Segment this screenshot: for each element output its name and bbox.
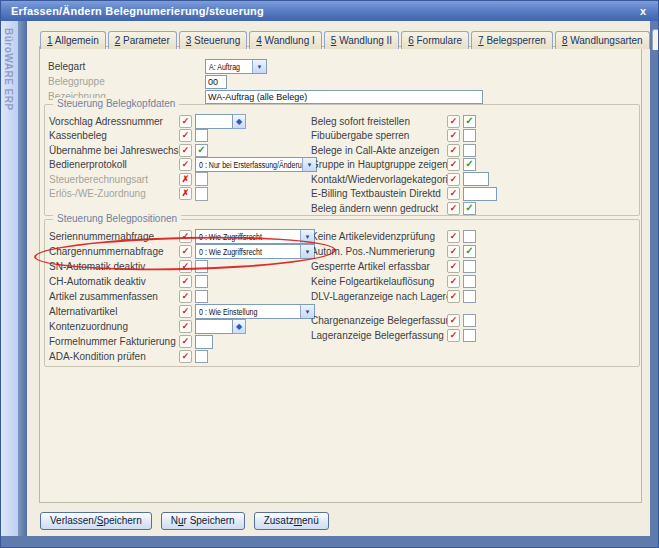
text-input-beleggruppe[interactable]: 00 bbox=[205, 75, 227, 89]
checkbox-kassenbeleg[interactable] bbox=[195, 129, 208, 142]
checkbox-artikel-zusammenfassen[interactable] bbox=[195, 290, 208, 303]
field-label: Fibuübergabe sperren bbox=[311, 130, 447, 141]
edit-allowed-icon[interactable]: ✓ bbox=[179, 129, 192, 142]
checkbox-gruppe-in-hauptgruppe-zeigen[interactable]: ✓ bbox=[463, 158, 476, 171]
dropdown-belegart[interactable]: A: Auftrag▼ bbox=[205, 59, 267, 74]
checkbox-dlv-lageranzeige-nach-lagerort[interactable] bbox=[463, 290, 476, 303]
chevron-down-icon[interactable]: ▼ bbox=[252, 60, 266, 73]
checkbox-ada-kondition-pr-fen[interactable] bbox=[195, 350, 208, 363]
edit-allowed-icon[interactable]: ✓ bbox=[447, 230, 460, 243]
chevron-down-icon[interactable]: ▼ bbox=[300, 230, 314, 243]
tab-2-parameter[interactable]: 2 Parameter bbox=[108, 31, 177, 49]
spin-input-kontenzuordnung[interactable]: ◆ bbox=[195, 319, 246, 334]
form-row-ada-kondition-pr-fen: ADA-Kondition prüfen✓ bbox=[49, 349, 315, 364]
edit-allowed-icon[interactable]: ✓ bbox=[447, 129, 460, 142]
form-row-lageranzeige-belegerfassung: Lageranzeige Belegerfassung✓ bbox=[311, 328, 476, 343]
chevron-down-icon[interactable]: ▼ bbox=[302, 158, 316, 171]
form-row-steuerberechnungsart: Steuerberechnungsart✗ bbox=[49, 172, 317, 187]
edit-locked-icon[interactable]: ✗ bbox=[179, 187, 192, 200]
spin-field[interactable] bbox=[195, 319, 233, 334]
edit-locked-icon[interactable]: ✗ bbox=[179, 173, 192, 186]
checkbox-bernahme-bei-jahreswechsel[interactable]: ✓ bbox=[195, 144, 208, 157]
edit-allowed-icon[interactable]: ✓ bbox=[447, 275, 460, 288]
diamond-lookup-icon[interactable]: ◆ bbox=[233, 114, 246, 129]
edit-allowed-icon[interactable]: ✓ bbox=[179, 335, 192, 348]
edit-allowed-icon[interactable]: ✓ bbox=[447, 314, 460, 327]
edit-allowed-icon[interactable]: ✓ bbox=[447, 245, 460, 258]
tab-4-wandlung-i[interactable]: 4 Wandlung I bbox=[249, 31, 322, 49]
field-label: ADA-Kondition prüfen bbox=[49, 351, 179, 362]
tab-6-formulare[interactable]: 6 Formulare bbox=[401, 31, 469, 49]
edit-allowed-icon[interactable]: ✓ bbox=[179, 260, 192, 273]
field-label: Chargennummernabfrage bbox=[49, 246, 179, 257]
tab-7-belegsperren[interactable]: 7 Belegsperren bbox=[471, 31, 553, 49]
tab-8-wandlungsarten[interactable]: 8 Wandlungsarten bbox=[555, 31, 650, 49]
tab-page-panel: BelegartA: Auftrag▼Beleggruppe00Bezeichn… bbox=[39, 46, 642, 503]
checkbox-autom-pos-nummerierung[interactable]: ✓ bbox=[463, 245, 476, 258]
field-label: Beleg sofort freistellen bbox=[311, 116, 447, 127]
checkbox-sn-automatik-deaktiv[interactable] bbox=[195, 260, 208, 273]
edit-allowed-icon[interactable]: ✓ bbox=[447, 158, 460, 171]
edit-allowed-icon[interactable]: ✓ bbox=[179, 305, 192, 318]
field-label: DLV-Lageranzeige nach Lagerort bbox=[311, 291, 447, 302]
edit-allowed-icon[interactable]: ✓ bbox=[179, 245, 192, 258]
title-bar[interactable]: Erfassen/Ändern Belegnumerierung/steueru… bbox=[1, 1, 658, 21]
close-icon[interactable]: x bbox=[638, 5, 648, 17]
edit-allowed-icon[interactable]: ✓ bbox=[447, 115, 460, 128]
edit-allowed-icon[interactable]: ✓ bbox=[447, 290, 460, 303]
edit-allowed-icon[interactable]: ✓ bbox=[447, 173, 460, 186]
dropdown-seriennummernabfrage[interactable]: 0 : Wie Zugriffsrecht▼ bbox=[195, 229, 315, 244]
edit-allowed-icon[interactable]: ✓ bbox=[447, 202, 460, 215]
tab-3-steuerung[interactable]: 3 Steuerung bbox=[179, 31, 248, 49]
checkbox-gesperrte-artikel-erfassbar[interactable] bbox=[463, 260, 476, 273]
dropdown-bedienerprotokoll[interactable]: 0 : Nur bei Ersterfassung/Änderung▼ bbox=[195, 157, 317, 172]
dropdown-alternativartikel[interactable]: 0 : Wie Einstellung▼ bbox=[195, 304, 315, 319]
spin-input-vorschlag-adressnummer[interactable]: ◆ bbox=[195, 114, 246, 129]
tab-1-allgemein[interactable]: 1 Allgemein bbox=[40, 31, 106, 49]
edit-allowed-icon[interactable]: ✓ bbox=[447, 329, 460, 342]
edit-allowed-icon[interactable]: ✓ bbox=[179, 115, 192, 128]
edit-allowed-icon[interactable]: ✓ bbox=[179, 350, 192, 363]
edit-allowed-icon[interactable]: ✓ bbox=[179, 158, 192, 171]
checkbox-fibu-bergabe-sperren[interactable] bbox=[463, 129, 476, 142]
edit-allowed-icon[interactable]: ✓ bbox=[179, 320, 192, 333]
dialog-content: 1 Allgemein2 Parameter3 Steuerung4 Wandl… bbox=[27, 21, 650, 536]
button-nur-speichern[interactable]: Nur Speichern bbox=[161, 512, 245, 530]
form-row-alternativartikel: Alternativartikel✓0 : Wie Einstellung▼ bbox=[49, 304, 315, 319]
text-input-bezeichnung[interactable]: WA-Auftrag (alle Belege) bbox=[205, 90, 483, 104]
group-column-right: Beleg sofort freistellen✓✓Fibuübergabe s… bbox=[311, 114, 497, 216]
tab-5-wandlung-ii[interactable]: 5 Wandlung II bbox=[324, 31, 399, 49]
form-row-fibu-bergabe-sperren: Fibuübergabe sperren✓ bbox=[311, 129, 497, 144]
edit-allowed-icon[interactable]: ✓ bbox=[179, 230, 192, 243]
edit-allowed-icon[interactable]: ✓ bbox=[447, 144, 460, 157]
button-zusatzmen[interactable]: Zusatzmenü bbox=[254, 512, 329, 530]
text-input-e-billing-textbaustein-direktd[interactable] bbox=[463, 187, 497, 201]
edit-allowed-icon[interactable]: ✓ bbox=[179, 144, 192, 157]
checkbox-beleg-ndern-wenn-gedruckt[interactable]: ✓ bbox=[463, 202, 476, 215]
dropdown-chargennummernabfrage[interactable]: 0 : Wie Zugriffsrecht▼ bbox=[195, 244, 315, 259]
chevron-down-icon[interactable]: ▼ bbox=[300, 305, 314, 318]
button-verlassen-speichern[interactable]: Verlassen/Speichern bbox=[40, 512, 152, 530]
edit-allowed-icon[interactable]: ✓ bbox=[447, 187, 460, 200]
checkbox-beleg-sofort-freistellen[interactable]: ✓ bbox=[463, 115, 476, 128]
right-frame-band bbox=[650, 21, 658, 547]
diamond-lookup-icon[interactable]: ◆ bbox=[233, 319, 246, 334]
edit-allowed-icon[interactable]: ✓ bbox=[447, 260, 460, 273]
checkbox-chargenanzeige-belegerfassung[interactable] bbox=[463, 314, 476, 327]
group-steuerung-belegkopfdaten: Steuerung Belegkopfdaten Vorschlag Adres… bbox=[44, 104, 640, 216]
chevron-down-icon[interactable]: ▼ bbox=[300, 245, 314, 258]
text-input-kontakt-wiedervorlagekategorie[interactable] bbox=[463, 172, 489, 186]
edit-allowed-icon[interactable]: ✓ bbox=[179, 290, 192, 303]
edit-allowed-icon[interactable]: ✓ bbox=[179, 275, 192, 288]
text-input-formelnummer-fakturierung[interactable] bbox=[195, 335, 213, 349]
form-row-e-billing-textbaustein-direktd: E-Billing Textbaustein Direktd✓ bbox=[311, 187, 497, 202]
spin-field[interactable] bbox=[195, 114, 233, 129]
checkbox-keine-folgeartikelaufl-sung[interactable] bbox=[463, 275, 476, 288]
checkbox-belege-in-call-akte-anzeigen[interactable] bbox=[463, 144, 476, 157]
checkbox-lageranzeige-belegerfassung[interactable] bbox=[463, 329, 476, 342]
checkbox-ch-automatik-deaktiv[interactable] bbox=[195, 275, 208, 288]
tab-a-sonstige[interactable]: A Sonstige bbox=[652, 29, 659, 50]
form-row-bedienerprotokoll: Bedienerprotokoll✓0 : Nur bei Ersterfass… bbox=[49, 158, 317, 173]
checkbox-keine-artikelevidenzpr-fung[interactable] bbox=[463, 230, 476, 243]
form-row-belege-in-call-akte-anzeigen: Belege in Call-Akte anzeigen✓ bbox=[311, 143, 497, 158]
